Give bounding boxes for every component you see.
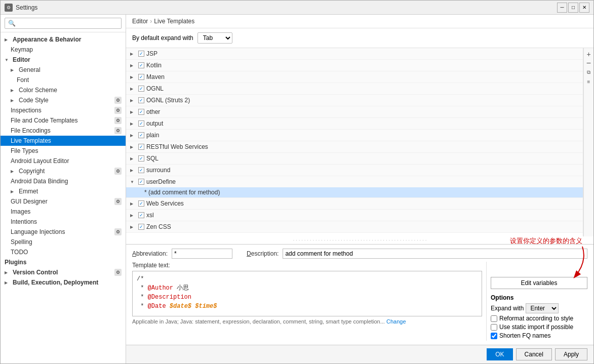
template-item-add-comment[interactable]: * (add comment for method) [126,187,583,197]
sidebar-item-build-execution[interactable]: ▶ Build, Execution, Deployment [1,277,126,288]
expand-icon: ▶ [130,156,136,161]
cancel-button[interactable]: Cancel [516,348,552,360]
copy-button[interactable]: ⧉ [585,68,593,76]
template-group-header-other[interactable]: ▶ other [126,106,583,117]
sidebar-item-label: General [19,66,41,73]
close-button[interactable]: ✕ [579,3,589,13]
sidebar-item-version-control[interactable]: ▶ Version Control ⚙ [1,267,126,277]
template-group-header-maven[interactable]: ▶ Maven [126,71,583,83]
template-group-header-output[interactable]: ▶ output [126,118,583,129]
sidebar-item-label: Android Data Binding [11,178,68,185]
group-checkbox-plain[interactable] [138,132,144,138]
change-link[interactable]: Change [386,318,406,325]
sidebar-item-code-style[interactable]: ▶ Code Style ⚙ [1,95,126,105]
expand-arrow: ▶ [11,189,17,194]
add-button[interactable]: + [585,50,593,58]
sidebar-item-editor[interactable]: ▼ Editor [1,55,126,65]
sidebar-item-label: Version Control [13,269,58,276]
sidebar-item-font[interactable]: Font [1,75,126,85]
expand-arrow: ▶ [11,169,17,174]
bottom-two-col: Template text: /* * @Author 小思 * @Descri… [132,262,587,341]
sidebar-item-label: File Encodings [11,127,51,134]
sidebar-item-gui-designer[interactable]: GUI Designer ⚙ [1,196,126,207]
shorten-fq-checkbox[interactable] [491,333,497,339]
template-group-header-ognl[interactable]: ▶ OGNL [126,83,583,94]
sidebar-item-general[interactable]: ▶ General [1,65,126,75]
template-group-header-sql[interactable]: ▶ SQL [126,153,583,164]
group-checkbox-zencss[interactable] [138,224,144,230]
sidebar-item-file-types[interactable]: File Types [1,146,126,156]
sidebar-item-images[interactable]: Images [1,207,126,217]
expand-with-row: Expand with Enter Tab Space [491,303,587,313]
reformat-checkbox[interactable] [491,315,497,322]
group-checkbox-ognl[interactable] [138,86,144,92]
sidebar-item-spelling[interactable]: Spelling [1,237,126,247]
template-group-header-xsl[interactable]: ▶ xsl [126,210,583,221]
template-group-header-ognl-struts2[interactable]: ▶ OGNL (Struts 2) [126,95,583,106]
group-checkbox-surround[interactable] [138,167,144,173]
version-control-badge: ⚙ [114,269,122,276]
sidebar-item-android-layout-editor[interactable]: Android Layout Editor [1,156,126,166]
search-input[interactable] [5,18,122,29]
group-checkbox-xsl[interactable] [138,212,144,218]
bottom-left: Template text: /* * @Author 小思 * @Descri… [132,262,482,341]
expand-icon: ▶ [130,133,136,138]
maximize-button[interactable]: □ [568,3,578,13]
group-checkbox-output[interactable] [138,120,144,127]
abbreviation-input[interactable] [172,249,232,259]
breadcrumb-editor: Editor [132,18,148,25]
sidebar-item-plugins[interactable]: Plugins [1,257,126,267]
group-checkbox-ognl-struts2[interactable] [138,97,144,103]
group-checkbox-jsp[interactable] [138,51,144,57]
template-group-header-jsp[interactable]: ▶ JSP [126,48,583,59]
group-checkbox-kotlin[interactable] [138,62,144,68]
move-button[interactable]: ≡ [585,77,593,86]
sidebar-item-intentions[interactable]: Intentions [1,217,126,227]
sidebar-item-appearance[interactable]: ▶ Appearance & Behavior [1,34,126,45]
sidebar-item-file-code-templates[interactable]: File and Code Templates ⚙ [1,115,126,126]
static-import-checkbox[interactable] [491,324,497,331]
code-editor[interactable]: /* * @Author 小思 * @Description * @Date $… [132,271,482,316]
sidebar-item-label: TODO [11,249,28,256]
group-checkbox-other[interactable] [138,109,144,115]
expand-select[interactable]: Tab Enter Space [197,32,232,44]
group-checkbox-webservices[interactable] [138,200,144,207]
template-group-header-webservices[interactable]: ▶ Web Services [126,198,583,209]
sidebar-item-copyright[interactable]: ▶ Copyright ⚙ [1,166,126,176]
template-group-header-kotlin[interactable]: ▶ Kotlin [126,60,583,71]
group-label: Kotlin [146,62,162,69]
sidebar-item-keymap[interactable]: Keymap [1,45,126,55]
sidebar-item-todo[interactable]: TODO [1,247,126,257]
ok-button[interactable]: OK [487,348,512,360]
minimize-button[interactable]: ─ [557,3,567,13]
applicable-text: Applicable in Java; Java: statement, exp… [132,316,482,327]
group-label: plain [146,132,159,139]
group-checkbox-sql[interactable] [138,155,144,161]
sidebar-item-file-encodings[interactable]: File Encodings ⚙ [1,126,126,136]
template-group-header-surround[interactable]: ▶ surround [126,165,583,176]
title-bar-left: ⚙ Settings [5,4,37,12]
sidebar-item-color-scheme[interactable]: ▶ Color Scheme [1,85,126,95]
sidebar-item-emmet[interactable]: ▶ Emmet [1,186,126,196]
template-group-header-userdefine[interactable]: ▼ userDefine [126,176,583,187]
sidebar-item-inspections[interactable]: Inspections ⚙ [1,105,126,115]
code-line-1: /* [137,274,478,284]
template-group-header-restful[interactable]: ▶ RESTful Web Services [126,141,583,152]
template-group-surround: ▶ surround [126,165,583,176]
template-group-header-plain[interactable]: ▶ plain [126,130,583,141]
remove-button[interactable]: − [585,59,593,67]
template-group-restful: ▶ RESTful Web Services [126,141,583,153]
group-checkbox-userdefine[interactable] [138,179,144,185]
template-group-header-zencss[interactable]: ▶ Zen CSS [126,221,583,232]
sidebar-item-live-templates[interactable]: Live Templates [1,136,126,146]
sidebar-item-language-injections[interactable]: Language Injections ⚙ [1,227,126,237]
group-checkbox-restful[interactable] [138,144,144,150]
apply-button[interactable]: Apply [555,348,587,360]
group-checkbox-maven[interactable] [138,74,144,80]
options-title: Options [491,294,587,301]
file-code-templates-badge: ⚙ [114,117,122,124]
expand-arrow: ▶ [5,280,11,285]
expand-arrow: ▼ [5,58,11,62]
sidebar-item-android-data-binding[interactable]: Android Data Binding [1,176,126,186]
expand-with-select[interactable]: Enter Tab Space [526,303,559,313]
